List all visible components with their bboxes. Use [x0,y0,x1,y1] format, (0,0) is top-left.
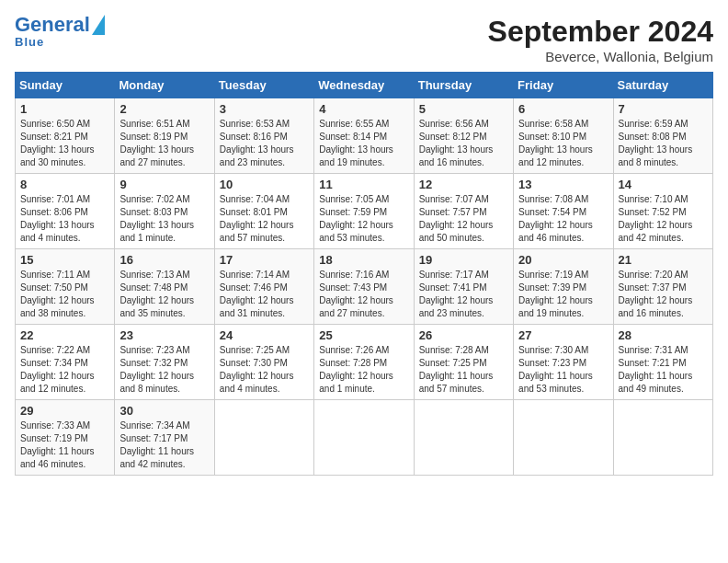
weekday-header: Thursday [414,73,513,98]
day-info: Sunrise: 7:07 AM Sunset: 7:57 PM Dayligh… [419,193,508,245]
calendar-day-cell: 27Sunrise: 7:30 AM Sunset: 7:23 PM Dayli… [514,325,613,400]
day-number: 26 [419,328,508,342]
day-info: Sunrise: 7:02 AM Sunset: 8:03 PM Dayligh… [119,193,209,245]
day-info: Sunrise: 7:34 AM Sunset: 7:17 PM Dayligh… [119,419,209,471]
day-number: 11 [319,178,408,191]
calendar-day-cell: 21Sunrise: 7:20 AM Sunset: 7:37 PM Dayli… [613,249,712,325]
day-number: 2 [119,102,209,116]
calendar-day-cell: 12Sunrise: 7:07 AM Sunset: 7:57 PM Dayli… [414,174,513,249]
day-info: Sunrise: 7:19 AM Sunset: 7:39 PM Dayligh… [518,269,608,320]
calendar-day-cell [414,400,513,476]
calendar-day-cell: 3Sunrise: 6:53 AM Sunset: 8:16 PM Daylig… [214,98,313,174]
weekday-header: Monday [115,73,214,98]
page-title: September 2024 [488,15,713,49]
page-header: General Blue September 2024 Beverce, Wal… [15,15,713,64]
day-number: 21 [619,253,708,267]
calendar-day-cell: 19Sunrise: 7:17 AM Sunset: 7:41 PM Dayli… [414,249,513,325]
day-number: 27 [518,328,608,342]
page-subtitle: Beverce, Wallonia, Belgium [488,49,713,64]
day-number: 18 [319,253,408,267]
day-info: Sunrise: 7:16 AM Sunset: 7:43 PM Dayligh… [319,269,408,320]
weekday-header: Wednesday [314,73,414,98]
day-number: 29 [20,404,109,418]
day-info: Sunrise: 7:20 AM Sunset: 7:37 PM Dayligh… [619,269,708,320]
day-info: Sunrise: 7:08 AM Sunset: 7:54 PM Dayligh… [518,193,608,245]
day-info: Sunrise: 7:33 AM Sunset: 7:19 PM Dayligh… [20,419,109,471]
day-number: 16 [119,253,209,267]
calendar-day-cell: 14Sunrise: 7:10 AM Sunset: 7:52 PM Dayli… [613,174,712,249]
day-info: Sunrise: 7:10 AM Sunset: 7:52 PM Dayligh… [619,193,708,245]
calendar-day-cell: 29Sunrise: 7:33 AM Sunset: 7:19 PM Dayli… [16,400,115,476]
day-number: 28 [619,328,708,342]
day-number: 22 [20,328,109,342]
day-number: 10 [220,178,309,191]
day-number: 4 [319,102,408,116]
day-info: Sunrise: 7:04 AM Sunset: 8:01 PM Dayligh… [220,193,309,245]
day-info: Sunrise: 6:56 AM Sunset: 8:12 PM Dayligh… [419,118,508,169]
day-info: Sunrise: 7:31 AM Sunset: 7:21 PM Dayligh… [619,344,708,396]
day-info: Sunrise: 6:55 AM Sunset: 8:14 PM Dayligh… [319,118,408,169]
day-info: Sunrise: 6:51 AM Sunset: 8:19 PM Dayligh… [119,118,209,169]
calendar-day-cell: 8Sunrise: 7:01 AM Sunset: 8:06 PM Daylig… [16,174,115,249]
calendar-day-cell: 1Sunrise: 6:50 AM Sunset: 8:21 PM Daylig… [16,98,115,174]
day-info: Sunrise: 6:50 AM Sunset: 8:21 PM Dayligh… [20,118,109,169]
weekday-header: Friday [514,73,613,98]
day-number: 14 [619,178,708,191]
calendar-day-cell: 11Sunrise: 7:05 AM Sunset: 7:59 PM Dayli… [314,174,414,249]
calendar-day-cell: 7Sunrise: 6:59 AM Sunset: 8:08 PM Daylig… [613,98,712,174]
calendar-day-cell: 24Sunrise: 7:25 AM Sunset: 7:30 PM Dayli… [214,325,313,400]
day-number: 3 [220,102,309,116]
calendar-day-cell: 10Sunrise: 7:04 AM Sunset: 8:01 PM Dayli… [214,174,313,249]
day-number: 13 [518,178,608,191]
day-number: 9 [119,178,209,191]
day-info: Sunrise: 7:23 AM Sunset: 7:32 PM Dayligh… [119,344,209,396]
day-info: Sunrise: 7:28 AM Sunset: 7:25 PM Dayligh… [419,344,508,396]
day-info: Sunrise: 7:01 AM Sunset: 8:06 PM Dayligh… [20,193,109,245]
calendar-day-cell: 23Sunrise: 7:23 AM Sunset: 7:32 PM Dayli… [115,325,214,400]
calendar-day-cell: 2Sunrise: 6:51 AM Sunset: 8:19 PM Daylig… [115,98,214,174]
day-info: Sunrise: 7:26 AM Sunset: 7:28 PM Dayligh… [319,344,408,396]
day-number: 20 [518,253,608,267]
day-number: 17 [220,253,309,267]
day-number: 19 [419,253,508,267]
weekday-header: Sunday [16,73,115,98]
calendar-day-cell: 20Sunrise: 7:19 AM Sunset: 7:39 PM Dayli… [514,249,613,325]
day-info: Sunrise: 6:59 AM Sunset: 8:08 PM Dayligh… [619,118,708,169]
day-number: 23 [119,328,209,342]
logo-triangle-icon [92,15,105,35]
day-info: Sunrise: 7:25 AM Sunset: 7:30 PM Dayligh… [220,344,309,396]
calendar-week-row: 8Sunrise: 7:01 AM Sunset: 8:06 PM Daylig… [16,174,713,249]
logo: General Blue [15,15,105,49]
calendar-week-row: 22Sunrise: 7:22 AM Sunset: 7:34 PM Dayli… [16,325,713,400]
day-info: Sunrise: 6:58 AM Sunset: 8:10 PM Dayligh… [518,118,608,169]
calendar-day-cell: 18Sunrise: 7:16 AM Sunset: 7:43 PM Dayli… [314,249,414,325]
logo-general: General [15,13,90,36]
calendar-day-cell: 15Sunrise: 7:11 AM Sunset: 7:50 PM Dayli… [16,249,115,325]
day-number: 1 [20,102,109,116]
day-number: 24 [220,328,309,342]
day-number: 25 [319,328,408,342]
calendar-day-cell: 25Sunrise: 7:26 AM Sunset: 7:28 PM Dayli… [314,325,414,400]
calendar-day-cell [514,400,613,476]
calendar-day-cell: 22Sunrise: 7:22 AM Sunset: 7:34 PM Dayli… [16,325,115,400]
day-info: Sunrise: 7:14 AM Sunset: 7:46 PM Dayligh… [220,269,309,320]
calendar-day-cell: 26Sunrise: 7:28 AM Sunset: 7:25 PM Dayli… [414,325,513,400]
calendar-day-cell: 5Sunrise: 6:56 AM Sunset: 8:12 PM Daylig… [414,98,513,174]
day-number: 5 [419,102,508,116]
calendar-day-cell: 13Sunrise: 7:08 AM Sunset: 7:54 PM Dayli… [514,174,613,249]
day-info: Sunrise: 7:22 AM Sunset: 7:34 PM Dayligh… [20,344,109,396]
day-info: Sunrise: 7:13 AM Sunset: 7:48 PM Dayligh… [119,269,209,320]
day-number: 6 [518,102,608,116]
day-number: 8 [20,178,109,191]
calendar-day-cell: 4Sunrise: 6:55 AM Sunset: 8:14 PM Daylig… [314,98,414,174]
title-block: September 2024 Beverce, Wallonia, Belgiu… [488,15,713,64]
calendar-header-row: SundayMondayTuesdayWednesdayThursdayFrid… [16,73,713,98]
day-info: Sunrise: 7:17 AM Sunset: 7:41 PM Dayligh… [419,269,508,320]
day-info: Sunrise: 7:11 AM Sunset: 7:50 PM Dayligh… [20,269,109,320]
calendar-day-cell: 6Sunrise: 6:58 AM Sunset: 8:10 PM Daylig… [514,98,613,174]
calendar-day-cell [214,400,313,476]
logo-blue: Blue [15,35,44,49]
day-number: 15 [20,253,109,267]
day-info: Sunrise: 7:05 AM Sunset: 7:59 PM Dayligh… [319,193,408,245]
calendar-day-cell: 28Sunrise: 7:31 AM Sunset: 7:21 PM Dayli… [613,325,712,400]
